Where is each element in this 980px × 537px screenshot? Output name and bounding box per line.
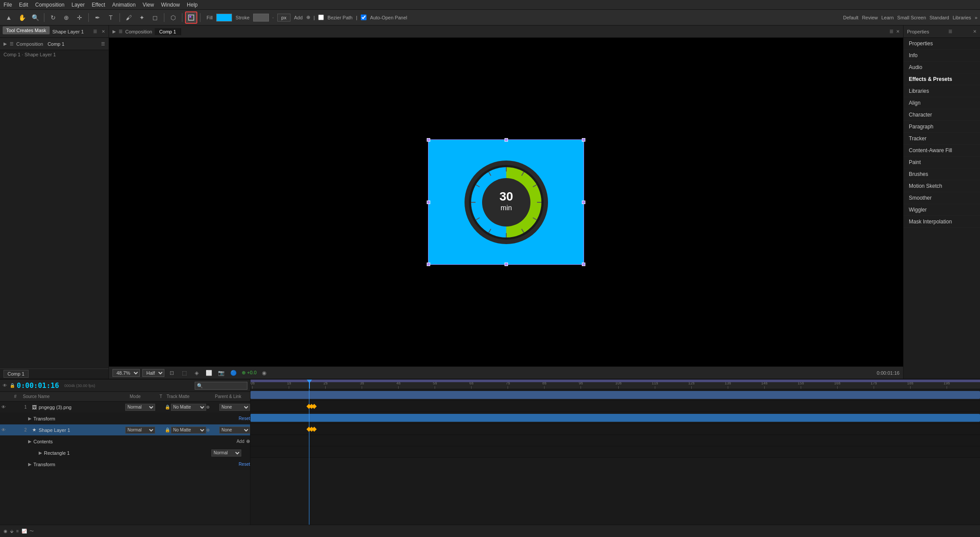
panel-item-motion-sketch[interactable]: Motion Sketch [904,180,980,192]
menu-file[interactable]: File [4,2,12,8]
layer2-lock-icon[interactable]: 🔒 [164,427,171,432]
layer2-contents-expand[interactable]: ▶ [28,439,32,444]
quality-select[interactable]: Half [142,369,164,377]
tl-toggle-holds-btn[interactable]: ≡ [16,529,19,533]
selection-tool-btn[interactable]: ▲ [3,11,15,24]
bezier-checkbox[interactable] [318,15,324,20]
panel-item-wiggler[interactable]: Wiggler [904,204,980,216]
menu-layer[interactable]: Layer [72,2,85,8]
track1-clip[interactable] [250,391,980,399]
menu-effect[interactable]: Effect [92,2,105,8]
text-tool-btn[interactable]: T [105,11,117,24]
panel-item-align[interactable]: Align [904,97,980,109]
layer1-mode-select[interactable]: Normal [125,404,155,411]
standard-label[interactable]: Standard [929,15,949,20]
layer2-add-btn[interactable]: ⊕ [246,438,250,444]
layer1-parent-select[interactable]: None [219,404,250,411]
layer1-lock-icon[interactable]: 🔒 [164,405,171,409]
layer2-transform-expand[interactable]: ▶ [28,462,32,467]
review-label[interactable]: Review [862,15,878,20]
default-label[interactable]: Default [843,15,859,20]
layer2-mode-select[interactable]: Normal [125,427,155,434]
panel-item-info[interactable]: Info [904,50,980,62]
more-btn[interactable]: » [975,15,977,20]
rect1-mode-select[interactable]: Normal [211,449,241,457]
snapshot-btn[interactable]: 📷 [216,368,226,378]
panel-item-character[interactable]: Character [904,109,980,121]
learn-label[interactable]: Learn [881,15,893,20]
region-btn[interactable]: ◉ [259,368,269,378]
anchor-tool-btn[interactable]: ⊕ [60,11,73,24]
comp-tab-comp1[interactable]: Comp 1 [155,28,181,35]
menu-view[interactable]: View [143,2,154,8]
panel-item-smoother[interactable]: Smoother [904,192,980,204]
right-panel-menu[interactable]: ☰ [948,29,952,34]
panel-item-properties[interactable]: Properties [904,38,980,50]
panel-item-mask-interpolation[interactable]: Mask Interpolation [904,216,980,228]
panel-menu-btn[interactable]: ☰ [93,29,97,34]
panel-item-libraries[interactable]: Libraries [904,85,980,97]
track2-clip[interactable] [250,414,980,422]
layer1-icons[interactable]: ⊕ [206,405,219,409]
pan-tool-btn[interactable]: ✛ [73,11,86,24]
tl-add-marker-btn[interactable]: ⬙ [10,529,14,533]
draft-btn[interactable]: ◈ [192,368,201,378]
shape-tool-btn[interactable] [185,11,197,24]
panel-item-effects-presets[interactable]: Effects & Presets [904,73,980,85]
comp1-tab[interactable]: Comp 1 [0,369,109,379]
timeline-ruler[interactable]: 0s1s2s3s4s5s6s7s8s9s10s11s12s13s14s15s16… [250,380,980,389]
pen-tool-btn[interactable]: ✒ [91,11,104,24]
panel-item-audio[interactable]: Audio [904,62,980,73]
tl-timecode[interactable]: 0:00:01:16 [17,381,59,390]
menu-edit[interactable]: Edit [19,2,28,8]
layer1-visibility[interactable]: 👁 [0,405,7,409]
blue-rectangle[interactable]: 30 min [428,139,584,265]
rotate-tool-btn[interactable]: ↻ [47,11,59,24]
rect1-expand[interactable]: ▶ [39,450,42,455]
tl-solo-btn[interactable]: ◉ [4,529,7,533]
transparency-btn[interactable]: ⬜ [204,368,214,378]
menu-animation[interactable]: Animation [112,2,135,8]
layer2-matte-select[interactable]: No Matte [171,427,206,434]
panel-close-btn[interactable]: ✕ [102,29,105,34]
libraries-label[interactable]: Libraries [953,15,971,20]
fit-to-screen-btn[interactable]: ⊡ [167,368,177,378]
layer2-name[interactable]: Shape Layer 1 [39,427,125,433]
brush-tool-btn[interactable]: 🖌 [123,11,135,24]
tl-eye-icon[interactable]: 👁 [3,383,7,388]
clone-stamp-btn[interactable]: ✦ [136,11,148,24]
layer2-visibility[interactable]: 👁 [0,427,7,432]
layer2-icons[interactable]: ⊕ [206,427,219,432]
panel-item-paint[interactable]: Paint [904,157,980,168]
panel-item-content-aware-fill[interactable]: Content-Aware Fill [904,145,980,157]
menu-composition[interactable]: Composition [35,2,65,8]
menu-window[interactable]: Window [161,2,180,8]
panel-item-paragraph[interactable]: Paragraph [904,121,980,133]
layer1-matte-select[interactable]: No Matte [171,404,206,411]
comp-panel-menu[interactable]: ☰ [889,29,893,34]
auto-open-checkbox[interactable] [361,15,367,20]
pixel-aspect-btn[interactable]: ⬚ [179,368,189,378]
hand-tool-btn[interactable]: ✋ [16,11,28,24]
fill-color-swatch[interactable] [216,14,232,22]
right-panel-close[interactable]: ✕ [973,29,976,34]
layer2-reset-btn[interactable]: Reset [239,462,250,467]
eraser-tool-btn[interactable]: ◻ [149,11,161,24]
menu-help[interactable]: Help [187,2,198,8]
tl-graph-editor-btn[interactable]: 📈 [22,529,27,533]
panel-item-brushes[interactable]: Brushes [904,168,980,180]
show-snapshot-btn[interactable]: 🔵 [229,368,238,378]
comp-menu-left[interactable]: ☰ [101,41,105,46]
layer1-name[interactable]: pngegg (3).png [39,405,125,410]
tl-lock-icon[interactable]: 🔒 [10,383,15,388]
panel-item-tracker[interactable]: Tracker [904,133,980,145]
zoom-tool-btn[interactable]: 🔍 [29,11,41,24]
stroke-width-input[interactable] [277,14,290,22]
layer1-transform-expand[interactable]: ▶ [28,416,32,421]
tl-search-input[interactable] [195,382,247,390]
layer1-reset-btn[interactable]: Reset [239,416,250,421]
comp-panel-close[interactable]: ✕ [896,29,900,34]
small-screen-label[interactable]: Small Screen [897,15,926,20]
layer2-parent-select[interactable]: None [219,427,250,434]
zoom-select[interactable]: 48.7% [113,369,140,377]
